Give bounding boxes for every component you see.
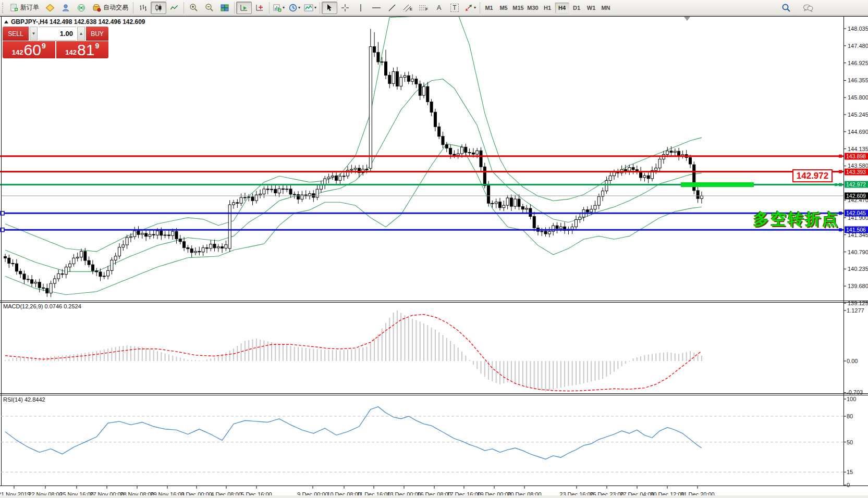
autotrading-icon: [92, 4, 101, 12]
green-highlight-segment[interactable]: [681, 182, 754, 187]
price-badge: 141.506: [845, 227, 868, 233]
trendline-tool-button[interactable]: [384, 2, 400, 14]
buy-price-prefix: 142: [65, 48, 77, 56]
bar-chart-mode-button[interactable]: [135, 2, 151, 14]
rsi-panel[interactable]: [1, 407, 843, 472]
buy-price-sup: 9: [95, 42, 99, 50]
line-chart-mode-button[interactable]: [166, 2, 182, 14]
macd-panel[interactable]: [5, 310, 702, 392]
cursor-icon: [326, 4, 333, 11]
toolbar-grip[interactable]: [2, 3, 5, 13]
community-chat-button[interactable]: [800, 2, 816, 14]
price-badge: 143.898: [845, 153, 868, 159]
price-tick-label: 146.925: [848, 60, 868, 66]
gold-diamond-icon: [45, 4, 55, 12]
symbol-ohlc-text: GBPJPY-,H4 142.498 142.638 142.496 142.6…: [11, 18, 145, 26]
chart-shift-icon: [255, 4, 264, 12]
new-order-button[interactable]: 新订单: [7, 2, 42, 14]
label-tool-letter: T: [450, 4, 458, 12]
auto-scroll-button[interactable]: [236, 2, 252, 14]
channel-tool-button[interactable]: E: [400, 2, 415, 14]
text-label-tool-button[interactable]: T: [447, 2, 462, 14]
crosshair-tool-button[interactable]: [337, 2, 353, 14]
sell-button[interactable]: SELL: [3, 27, 29, 41]
timeframe-M30[interactable]: M30: [525, 2, 540, 14]
main-toolbar: 新订单 自动交易: [0, 0, 868, 16]
price-tick-label: 140.790: [848, 249, 868, 255]
chart-canvas[interactable]: [0, 16, 868, 498]
macd-tick-label: 0.00: [847, 358, 858, 364]
terminal-button[interactable]: [74, 2, 89, 14]
timeframe-M15[interactable]: M15: [511, 2, 525, 14]
chart-shift-button[interactable]: [252, 2, 267, 14]
price-tick-label: 146.355: [848, 77, 868, 83]
buy-button[interactable]: BUY: [86, 27, 108, 41]
macd-label: MACD(12,26,9) 0.0746 0.2524: [3, 303, 81, 309]
toolbar-separator: [184, 2, 184, 14]
bollinger-middle-band[interactable]: [5, 79, 702, 272]
volume-increase-button[interactable]: ▲: [77, 27, 85, 41]
timeframe-D1[interactable]: D1: [569, 2, 584, 14]
profiles-button[interactable]: ▾: [287, 2, 302, 14]
toolbar-separator: [133, 2, 133, 14]
auto-scroll-icon: [240, 4, 248, 12]
horizontal-line-tool-button[interactable]: [369, 2, 384, 14]
channel-letter: E: [410, 7, 412, 11]
horizontal-line-icon: [372, 5, 381, 10]
timeframe-W1[interactable]: W1: [584, 2, 598, 14]
timeframe-M5[interactable]: M5: [496, 2, 511, 14]
bollinger-upper-band[interactable]: [5, 16, 702, 252]
dropdown-caret-icon: ▾: [298, 5, 300, 10]
candlestick-mode-button[interactable]: [151, 2, 166, 14]
rsi-tick-label: 0: [847, 482, 850, 488]
autotrading-button[interactable]: 自动交易: [89, 2, 131, 14]
timeframe-MN[interactable]: MN: [598, 2, 613, 14]
timeframe-group: M1M5M15M30H1H4D1W1MN: [482, 2, 613, 14]
macd-tick-label: 1.1277: [847, 307, 864, 314]
timeframe-H1[interactable]: H1: [540, 2, 555, 14]
text-tool-letter: A: [437, 4, 442, 11]
text-tool-button[interactable]: A: [431, 2, 447, 14]
rsi-tick-label: 15: [847, 469, 853, 475]
indicators-button[interactable]: ▾: [302, 2, 318, 14]
price-tick-label: 145.245: [848, 111, 868, 118]
price-tick-label: 144.135: [848, 146, 868, 152]
one-click-trading-panel: SELL ▼ ▲ BUY 142 60 9 142 81 9: [3, 27, 108, 58]
new-chart-icon: [273, 4, 282, 12]
zoom-out-button[interactable]: [201, 2, 217, 14]
new-chart-button[interactable]: ▾: [271, 2, 287, 14]
ohlc-bars-icon: [139, 4, 147, 12]
vertical-line-tool-button[interactable]: [353, 2, 369, 14]
tile-windows-button[interactable]: [217, 2, 233, 14]
buy-price-button[interactable]: 142 81 9: [56, 41, 109, 58]
price-tick-label: 139.680: [848, 283, 868, 289]
chart-shift-marker[interactable]: [684, 17, 690, 21]
macd-signal-line: [5, 315, 702, 391]
volume-input[interactable]: [39, 27, 76, 41]
vertical-line-icon: [358, 4, 363, 12]
arrows-tool-button[interactable]: ▾: [462, 2, 478, 14]
navigator-button[interactable]: [58, 2, 74, 14]
fibonacci-tool-button[interactable]: F: [415, 2, 431, 14]
market-watch-button[interactable]: [42, 2, 58, 14]
status-strip: [0, 495, 868, 498]
price-annotation-box[interactable]: 142.972: [792, 169, 833, 182]
sell-price-prefix: 142: [12, 48, 23, 56]
toolbar-right-group: [778, 2, 816, 14]
chart-window[interactable]: GBPJPY-,H4 142.498 142.638 142.496 142.6…: [0, 16, 868, 498]
zoom-in-button[interactable]: [186, 2, 201, 14]
sell-price-button[interactable]: 142 60 9: [3, 41, 55, 58]
dropdown-caret-icon: ▾: [283, 5, 285, 10]
timeframe-M1[interactable]: M1: [482, 2, 496, 14]
search-icon: [781, 3, 791, 13]
sell-price-sup: 9: [42, 42, 46, 50]
timeframe-H4[interactable]: H4: [555, 2, 569, 14]
volume-decrease-button[interactable]: ▼: [30, 27, 38, 41]
candles[interactable]: [4, 29, 703, 297]
collapse-triangle-icon[interactable]: [4, 20, 8, 23]
search-symbol-button[interactable]: [778, 2, 794, 14]
rsi-tick-label: 50: [847, 439, 853, 445]
bollinger-lower-band[interactable]: [5, 144, 702, 295]
indicators-icon: [304, 4, 313, 12]
cursor-tool-button[interactable]: [322, 2, 337, 14]
